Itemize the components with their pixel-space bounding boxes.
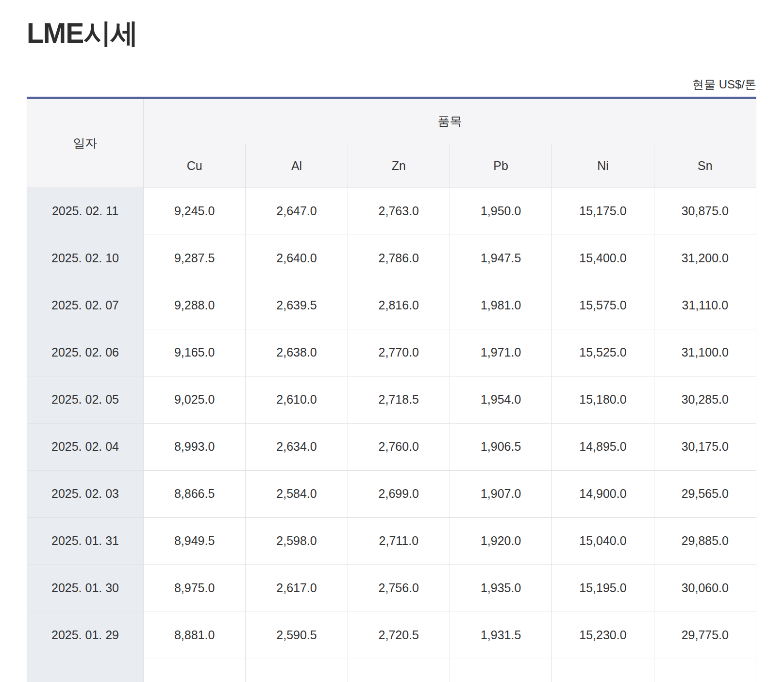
value-cell-cu: 8,866.5 [144, 470, 246, 517]
value-cell-sn: 31,100.0 [654, 329, 756, 376]
value-cell-pb: 1,947.5 [450, 235, 551, 282]
value-cell-zn: 2,763.0 [348, 188, 450, 235]
value-cell-pb: 1,907.0 [450, 470, 551, 517]
value-cell-al: 2,647.0 [246, 188, 348, 235]
table-row: 2025. 02. 079,288.02,639.52,816.01,981.0… [27, 282, 756, 329]
value-cell-ni: 15,400.0 [552, 235, 654, 282]
value-cell-zn: 2,720.5 [348, 612, 450, 659]
value-cell-ni: 15,040.0 [552, 517, 654, 564]
date-cell [27, 659, 144, 682]
date-cell: 2025. 01. 31 [27, 517, 144, 564]
value-cell-pb: 1,906.5 [450, 423, 551, 470]
value-cell-al: 2,584.0 [246, 470, 348, 517]
value-cell-al: 2,639.5 [246, 282, 348, 329]
value-cell-sn: 29,885.0 [654, 517, 756, 564]
table-row: 2025. 02. 038,866.52,584.02,699.01,907.0… [27, 470, 756, 517]
value-cell-cu: 8,975.0 [144, 564, 246, 612]
value-cell-cu: 9,025.0 [144, 376, 246, 423]
value-cell [450, 659, 551, 682]
table-row-partial [27, 659, 756, 682]
column-header-sn: Sn [654, 144, 756, 188]
table-row: 2025. 01. 318,949.52,598.02,711.01,920.0… [27, 517, 756, 564]
value-cell-al: 2,590.5 [246, 612, 348, 659]
column-header-cu: Cu [144, 144, 246, 188]
value-cell-al: 2,610.0 [246, 376, 348, 423]
value-cell-pb: 1,935.0 [450, 564, 551, 612]
value-cell-al: 2,640.0 [246, 235, 348, 282]
value-cell-pb: 1,920.0 [450, 517, 551, 564]
value-cell-al: 2,638.0 [246, 329, 348, 376]
value-cell-sn: 31,200.0 [654, 235, 756, 282]
table-row: 2025. 02. 059,025.02,610.02,718.51,954.0… [27, 376, 756, 423]
value-cell-cu: 8,881.0 [144, 612, 246, 659]
date-cell: 2025. 02. 05 [27, 376, 144, 423]
value-cell [246, 659, 348, 682]
date-cell: 2025. 02. 04 [27, 423, 144, 470]
value-cell-ni: 15,230.0 [552, 612, 654, 659]
date-cell: 2025. 01. 30 [27, 564, 144, 612]
header-group-row: 일자 품목 [27, 98, 756, 144]
value-cell-ni: 15,180.0 [552, 376, 654, 423]
value-cell-pb: 1,981.0 [450, 282, 551, 329]
value-cell-zn: 2,718.5 [348, 376, 450, 423]
value-cell-zn: 2,816.0 [348, 282, 450, 329]
value-cell-pb: 1,954.0 [450, 376, 551, 423]
value-cell-cu: 9,288.0 [144, 282, 246, 329]
date-cell: 2025. 02. 07 [27, 282, 144, 329]
value-cell-ni: 15,575.0 [552, 282, 654, 329]
value-cell-al: 2,617.0 [246, 564, 348, 612]
value-cell-ni: 14,895.0 [552, 423, 654, 470]
value-cell-al: 2,634.0 [246, 423, 348, 470]
table-header: 일자 품목 CuAlZnPbNiSn [27, 98, 756, 188]
date-cell: 2025. 01. 29 [27, 612, 144, 659]
value-cell-sn: 31,110.0 [654, 282, 756, 329]
column-header-ni: Ni [552, 144, 654, 188]
value-cell-cu: 9,165.0 [144, 329, 246, 376]
value-cell-ni: 15,175.0 [552, 188, 654, 235]
value-cell [144, 659, 246, 682]
item-group-header: 품목 [144, 98, 756, 144]
lme-price-table: 일자 품목 CuAlZnPbNiSn 2025. 02. 119,245.02,… [27, 97, 756, 682]
value-cell-zn: 2,699.0 [348, 470, 450, 517]
date-column-header: 일자 [27, 98, 144, 188]
value-cell-sn: 30,060.0 [654, 564, 756, 612]
value-cell-zn: 2,770.0 [348, 329, 450, 376]
value-cell-ni: 14,900.0 [552, 470, 654, 517]
value-cell-zn: 2,756.0 [348, 564, 450, 612]
column-header-pb: Pb [450, 144, 551, 188]
table-row: 2025. 02. 069,165.02,638.02,770.01,971.0… [27, 329, 756, 376]
unit-label: 현물 US$/톤 [27, 77, 756, 92]
value-cell-sn: 30,175.0 [654, 423, 756, 470]
date-cell: 2025. 02. 06 [27, 329, 144, 376]
table-row: 2025. 02. 109,287.52,640.02,786.01,947.5… [27, 235, 756, 282]
value-cell-zn: 2,760.0 [348, 423, 450, 470]
value-cell-sn: 29,565.0 [654, 470, 756, 517]
value-cell-ni: 15,195.0 [552, 564, 654, 612]
table-body: 2025. 02. 119,245.02,647.02,763.01,950.0… [27, 188, 756, 682]
value-cell-cu: 8,993.0 [144, 423, 246, 470]
column-header-zn: Zn [348, 144, 450, 188]
value-cell-pb: 1,971.0 [450, 329, 551, 376]
table-row: 2025. 02. 048,993.02,634.02,760.01,906.5… [27, 423, 756, 470]
value-cell-sn: 30,875.0 [654, 188, 756, 235]
value-cell-cu: 9,245.0 [144, 188, 246, 235]
table-row: 2025. 01. 298,881.02,590.52,720.51,931.5… [27, 612, 756, 659]
column-header-al: Al [246, 144, 348, 188]
value-cell-pb: 1,950.0 [450, 188, 551, 235]
value-cell-sn: 30,285.0 [654, 376, 756, 423]
page-title: LME시세 [27, 17, 756, 50]
date-cell: 2025. 02. 03 [27, 470, 144, 517]
table-row: 2025. 02. 119,245.02,647.02,763.01,950.0… [27, 188, 756, 235]
value-cell-zn: 2,786.0 [348, 235, 450, 282]
value-cell-sn: 29,775.0 [654, 612, 756, 659]
value-cell-zn: 2,711.0 [348, 517, 450, 564]
value-cell [552, 659, 654, 682]
value-cell [654, 659, 756, 682]
date-cell: 2025. 02. 11 [27, 188, 144, 235]
date-cell: 2025. 02. 10 [27, 235, 144, 282]
value-cell-cu: 9,287.5 [144, 235, 246, 282]
value-cell-pb: 1,931.5 [450, 612, 551, 659]
value-cell [348, 659, 450, 682]
value-cell-ni: 15,525.0 [552, 329, 654, 376]
table-row: 2025. 01. 308,975.02,617.02,756.01,935.0… [27, 564, 756, 612]
